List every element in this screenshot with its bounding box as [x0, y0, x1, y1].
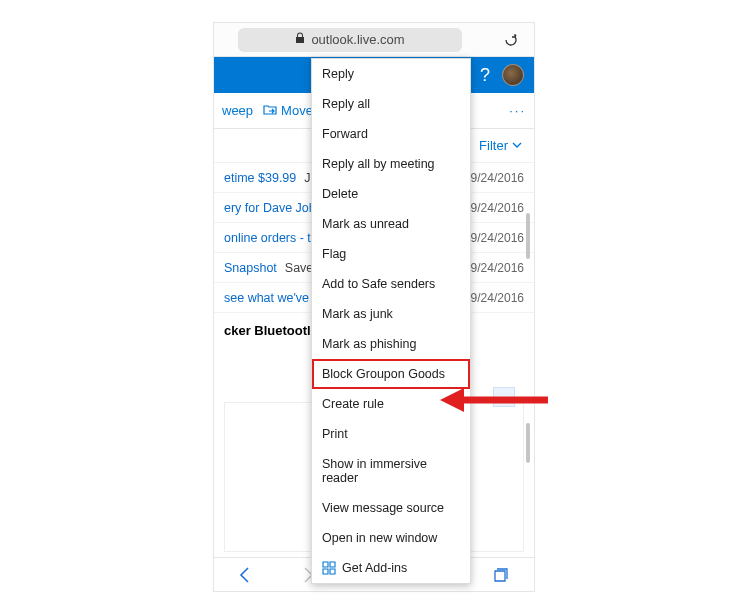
sweep-button[interactable]: weep: [222, 103, 253, 118]
ctx-immersive-reader[interactable]: Show in immersive reader: [312, 449, 470, 493]
ctx-mark-junk[interactable]: Mark as junk: [312, 299, 470, 329]
mobile-viewport: outlook.live.com ? weep Move ··· Filter …: [213, 22, 535, 592]
address-pill[interactable]: outlook.live.com: [238, 28, 462, 52]
chevron-down-icon: [512, 138, 522, 153]
annotation-arrow: [440, 385, 550, 415]
message-date: 9/24/2016: [471, 291, 524, 305]
avatar[interactable]: [502, 64, 524, 86]
ctx-print[interactable]: Print: [312, 419, 470, 449]
ctx-add-safe-senders[interactable]: Add to Safe senders: [312, 269, 470, 299]
message-date: 9/24/2016: [471, 171, 524, 185]
ctx-flag[interactable]: Flag: [312, 239, 470, 269]
message-subject: Snapshot: [224, 261, 277, 275]
ctx-reply-all-meeting[interactable]: Reply all by meeting: [312, 149, 470, 179]
url-text: outlook.live.com: [311, 32, 404, 47]
move-label: Move: [281, 103, 313, 118]
lock-icon: [295, 32, 305, 47]
ctx-open-new-window[interactable]: Open in new window: [312, 523, 470, 553]
message-subject: online orders - t: [224, 231, 311, 245]
ctx-view-source[interactable]: View message source: [312, 493, 470, 523]
message-date: 9/24/2016: [471, 261, 524, 275]
toolbar-more-button[interactable]: ···: [509, 103, 526, 118]
ctx-get-addins[interactable]: Get Add-ins: [312, 553, 470, 583]
message-date: 9/24/2016: [471, 231, 524, 245]
back-button[interactable]: [238, 566, 252, 584]
ctx-reply-all[interactable]: Reply all: [312, 89, 470, 119]
ctx-mark-unread[interactable]: Mark as unread: [312, 209, 470, 239]
scrollbar-thumb[interactable]: [526, 213, 530, 259]
message-subject: etime $39.99: [224, 171, 296, 185]
selected-subject: cker Bluetootl: [224, 323, 311, 338]
ctx-reply[interactable]: Reply: [312, 59, 470, 89]
addins-icon: [322, 561, 336, 575]
move-button[interactable]: Move: [263, 103, 313, 118]
ctx-forward[interactable]: Forward: [312, 119, 470, 149]
browser-address-bar: outlook.live.com: [214, 23, 534, 57]
message-date: 9/24/2016: [471, 201, 524, 215]
filter-button[interactable]: Filter: [479, 138, 508, 153]
reload-button[interactable]: [500, 32, 522, 48]
message-subject: ery for Dave Joh: [224, 201, 316, 215]
ctx-delete[interactable]: Delete: [312, 179, 470, 209]
ctx-mark-phishing[interactable]: Mark as phishing: [312, 329, 470, 359]
tabs-button[interactable]: [492, 566, 510, 584]
scrollbar-thumb[interactable]: [526, 423, 530, 463]
message-subject: see what we've: [224, 291, 309, 305]
message-context-menu: Reply Reply all Forward Reply all by mee…: [311, 58, 471, 584]
svg-marker-1: [440, 388, 464, 412]
folder-move-icon: [263, 103, 277, 118]
help-button[interactable]: ?: [480, 65, 490, 86]
